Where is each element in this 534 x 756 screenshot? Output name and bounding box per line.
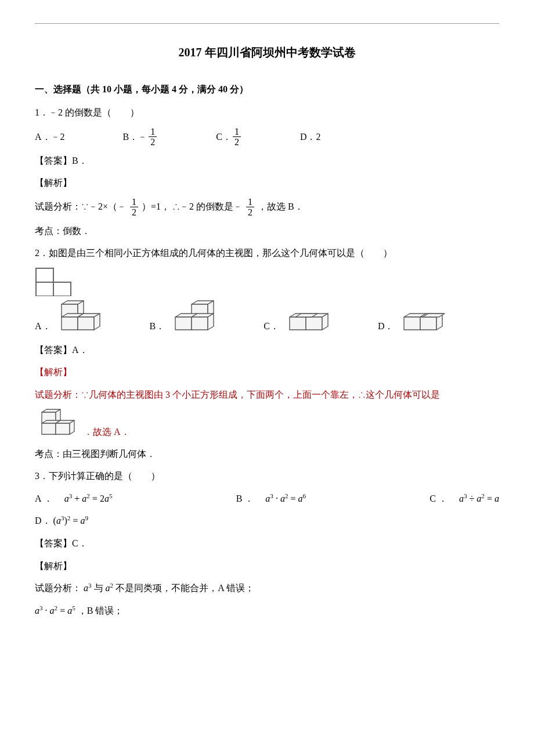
q3-fx-pre: 试题分析： xyxy=(35,583,81,593)
svg-rect-23 xyxy=(306,317,322,330)
q1-fx-num: 1 xyxy=(130,197,138,208)
cubes-a-small-icon xyxy=(35,408,81,441)
q3-opta-expr: a xyxy=(64,494,69,503)
q1-optc-num: 1 xyxy=(233,127,241,138)
q1-option-d: D．2 xyxy=(300,128,321,146)
q1-option-b: B． ﹣ 1 2 xyxy=(123,127,158,147)
q1-fx-p1: 试题分析：∵﹣2×（﹣ xyxy=(35,201,127,211)
q2-jiexi-label: 【解析】 xyxy=(35,363,499,381)
q2-stem: 2．如图是由三个相同小正方体组成的几何体的主视图，那么这个几何体可以是（ ） xyxy=(35,244,499,262)
q2-option-d: D． xyxy=(378,312,446,336)
q3-optc-label: C ． xyxy=(430,494,457,503)
q3-option-b: B ． a3 · a2 = a6 xyxy=(236,490,306,508)
cubes-a-icon xyxy=(53,300,103,336)
q3-answer: 【答案】C． xyxy=(35,535,499,552)
q3-fx-yu: 与 xyxy=(94,583,106,593)
svg-rect-27 xyxy=(404,317,420,330)
q2-option-a: A． xyxy=(35,300,103,336)
svg-rect-1 xyxy=(36,282,53,296)
q1-fx-num2: 1 xyxy=(246,197,254,208)
q3-analysis-1: 试题分析： a3 与 a2 不是同类项，不能合并，A 错误； xyxy=(35,579,499,597)
q2-optd-label: D． xyxy=(378,318,394,335)
q3-optb-label: B ． xyxy=(236,494,264,503)
q1-fx-den: 2 xyxy=(130,207,138,218)
q1-optb-den: 2 xyxy=(149,137,157,147)
q1-answer: 【答案】B． xyxy=(35,152,499,170)
q3-stem: 3．下列计算正确的是（ ） xyxy=(35,467,499,485)
svg-rect-18 xyxy=(192,317,208,330)
q1-fx-p2: ）=1， ∴﹣2 的倒数是﹣ xyxy=(142,201,243,211)
q1-option-a: A．﹣2 xyxy=(35,128,65,146)
q2-analysis-2: ．故选 A． xyxy=(84,427,130,437)
svg-rect-2 xyxy=(53,282,71,296)
q3-fx2-expr: a xyxy=(35,606,39,615)
q3-analysis-2: a3 · a2 = a5 ，B 错误； xyxy=(35,602,499,620)
q2-kaodian: 考点：由三视图判断几何体． xyxy=(35,445,499,463)
fraction-icon: 1 2 xyxy=(149,127,157,147)
q2-optb-label: B． xyxy=(150,318,165,335)
q3-fx-a3: a xyxy=(84,583,88,593)
section-1-header: 一、选择题（共 10 小题，每小题 4 分，满分 40 分） xyxy=(35,81,499,98)
q1-fx-den2: 2 xyxy=(246,207,254,218)
q1-stem: 1．﹣2 的倒数是（ ） xyxy=(35,104,499,121)
q1-option-c: C． 1 2 xyxy=(216,127,242,147)
q1-optc-prefix: C． xyxy=(216,128,232,146)
q3-option-c: C ． a3 ÷ a2 = a xyxy=(430,490,499,508)
q1-analysis: 试题分析：∵﹣2×（﹣ 1 2 ）=1， ∴﹣2 的倒数是﹣ 1 2 ，故选 B… xyxy=(35,197,499,218)
minus-sign: ﹣ xyxy=(138,128,147,146)
page-title: 2017 年四川省阿坝州中考数学试卷 xyxy=(35,41,499,63)
svg-rect-10 xyxy=(78,317,94,330)
q1-optc-den: 2 xyxy=(233,137,241,147)
svg-rect-39 xyxy=(56,423,70,434)
fraction-icon: 1 2 xyxy=(233,127,241,147)
svg-rect-16 xyxy=(175,317,192,330)
q3-fx2-body: ，B 错误； xyxy=(78,606,124,615)
q2-answer: 【答案】A． xyxy=(35,341,499,359)
cubes-b-icon xyxy=(167,300,217,336)
q1-kaodian: 考点：倒数． xyxy=(35,222,499,240)
svg-rect-36 xyxy=(42,423,56,434)
q3-optd-label: D． xyxy=(35,516,51,526)
q1-optb-num: 1 xyxy=(149,127,157,138)
svg-rect-7 xyxy=(62,317,78,330)
q2-analysis-1: 试题分析：∵几何体的主视图由 3 个小正方形组成，下面两个，上面一个靠左，∴这个… xyxy=(35,386,499,404)
q3-jiexi-label: 【解析】 xyxy=(35,557,499,575)
q3-option-a: A ． a3 + a2 = 2a5 xyxy=(35,490,113,508)
q1-options: A．﹣2 B． ﹣ 1 2 C． 1 2 D．2 xyxy=(35,127,499,147)
q3-fx-a2: a xyxy=(106,583,110,593)
cubes-c-icon xyxy=(282,312,331,336)
fraction-icon: 1 2 xyxy=(130,197,138,218)
fraction-icon: 1 2 xyxy=(246,197,254,218)
q2-opta-label: A． xyxy=(35,318,51,335)
q3-optc-expr: a xyxy=(459,494,464,503)
q3-fx-body: 不是同类项，不能合并，A 错误； xyxy=(116,583,254,593)
q2-front-view-figure xyxy=(35,267,499,296)
header-rule xyxy=(35,23,499,24)
q3-options: A ． a3 + a2 = 2a5 B ． a3 · a2 = a6 C ． a… xyxy=(35,490,499,508)
front-view-icon xyxy=(35,267,77,296)
svg-rect-21 xyxy=(290,317,306,330)
svg-rect-29 xyxy=(420,317,436,330)
q3-option-d: D． (a3)2 = a9 xyxy=(35,512,499,530)
q2-analysis-figure: ．故选 A． xyxy=(35,408,499,441)
q2-option-b: B． xyxy=(150,300,218,336)
svg-rect-0 xyxy=(36,268,53,282)
q1-optb-prefix: B． xyxy=(123,128,139,146)
q1-fx-p3: ，故选 B． xyxy=(258,201,304,211)
q2-option-c: C． xyxy=(264,312,331,336)
q1-jiexi-label: 【解析】 xyxy=(35,174,499,192)
q3-opta-label: A ． xyxy=(35,494,62,503)
cubes-d-icon xyxy=(396,312,446,336)
q2-optc-label: C． xyxy=(264,318,279,335)
q2-options-row: A． B． xyxy=(35,300,499,336)
svg-marker-40 xyxy=(70,420,74,434)
